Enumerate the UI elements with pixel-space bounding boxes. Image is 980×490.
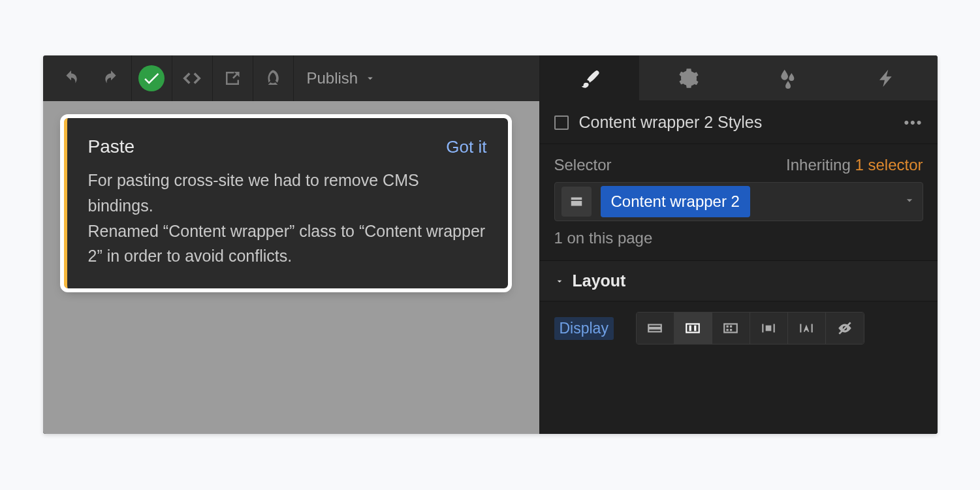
layout-section-title: Layout (573, 271, 626, 290)
selector-header: Selector Inheriting 1 selector (540, 144, 938, 182)
undo-icon (63, 70, 80, 87)
svg-rect-6 (727, 326, 729, 328)
gear-icon (678, 68, 699, 89)
display-none-button[interactable] (826, 313, 864, 344)
panel-tabs (540, 55, 938, 101)
toast-dismiss-button[interactable]: Got it (446, 137, 486, 157)
style-panel: Content wrapper 2 Styles ••• Selector In… (539, 55, 938, 434)
code-icon (182, 69, 202, 88)
inheriting-count: 1 selector (855, 156, 923, 174)
svg-rect-1 (649, 327, 662, 329)
launch-button[interactable] (253, 55, 294, 101)
export-button[interactable] (213, 55, 253, 101)
top-toolbar: Publish (43, 55, 539, 101)
inheriting-label: Inheriting (786, 156, 855, 174)
display-none-icon (836, 320, 853, 337)
instance-count: 1 on this page (540, 229, 938, 260)
disclosure-triangle-icon (554, 272, 565, 290)
tab-settings[interactable] (639, 55, 738, 101)
toast-title: Paste (88, 136, 135, 157)
svg-rect-3 (689, 326, 691, 331)
element-icon (554, 115, 569, 130)
tab-interactions[interactable] (738, 55, 838, 101)
redo-icon (103, 70, 119, 87)
toast-line-2: Renamed “Content wrapper” class to “Cont… (88, 219, 487, 269)
bolt-icon (877, 68, 898, 89)
selector-label: Selector (554, 156, 612, 174)
toast-line-1: For pasting cross-site we had to remove … (88, 168, 487, 219)
droplets-icon (778, 68, 798, 89)
selector-field[interactable]: Content wrapper 2 (554, 182, 923, 221)
display-inline-icon (798, 320, 815, 337)
svg-rect-12 (766, 326, 772, 331)
display-label[interactable]: Display (554, 317, 614, 340)
display-flex-icon (684, 320, 701, 337)
display-row: Display (540, 301, 938, 355)
display-inline-block-button[interactable] (750, 313, 788, 344)
selector-class-chip[interactable]: Content wrapper 2 (601, 186, 750, 217)
chevron-down-icon (364, 72, 376, 84)
display-grid-icon (722, 320, 739, 337)
redo-button[interactable] (91, 55, 132, 101)
toast-body: For pasting cross-site we had to remove … (88, 168, 487, 269)
export-icon (223, 69, 242, 88)
svg-rect-8 (727, 329, 729, 331)
selector-scope-icon (569, 194, 584, 209)
display-inline-block-icon (760, 320, 777, 337)
brush-icon (579, 68, 600, 89)
check-icon (138, 65, 165, 91)
styles-title: Content wrapper 2 Styles (579, 113, 763, 132)
inheriting-info[interactable]: Inheriting 1 selector (786, 156, 923, 174)
selector-dropdown-caret[interactable] (903, 192, 916, 211)
undo-button[interactable] (51, 55, 91, 101)
styles-header-row: Content wrapper 2 Styles ••• (540, 101, 938, 144)
more-menu-button[interactable]: ••• (904, 114, 923, 131)
paste-toast: Paste Got it For pasting cross-site we h… (64, 118, 508, 288)
status-button[interactable] (132, 55, 172, 101)
display-grid-button[interactable] (712, 313, 750, 344)
tab-style[interactable] (540, 55, 639, 101)
caret-down-icon (903, 194, 916, 207)
display-block-icon (646, 320, 663, 337)
tab-effects[interactable] (838, 55, 937, 101)
display-flex-button[interactable] (674, 313, 712, 344)
main-area: Publish Paste Got it For pasting cross-s… (43, 55, 539, 434)
publish-label: Publish (307, 69, 358, 87)
publish-button[interactable]: Publish (294, 55, 390, 101)
display-button-group (636, 312, 864, 345)
svg-rect-5 (725, 324, 738, 333)
svg-rect-7 (730, 326, 732, 328)
display-block-button[interactable] (637, 313, 674, 344)
rocket-icon (263, 69, 283, 88)
panel-body: Content wrapper 2 Styles ••• Selector In… (540, 101, 938, 434)
svg-rect-9 (730, 329, 732, 331)
display-inline-button[interactable] (788, 313, 826, 344)
layout-section-header[interactable]: Layout (540, 260, 938, 301)
code-button[interactable] (172, 55, 213, 101)
app-frame: Publish Paste Got it For pasting cross-s… (43, 55, 938, 434)
canvas-area: Paste Got it For pasting cross-site we h… (43, 101, 539, 305)
selector-scope-button[interactable] (561, 187, 592, 217)
svg-rect-2 (687, 324, 700, 333)
svg-rect-4 (695, 326, 697, 331)
